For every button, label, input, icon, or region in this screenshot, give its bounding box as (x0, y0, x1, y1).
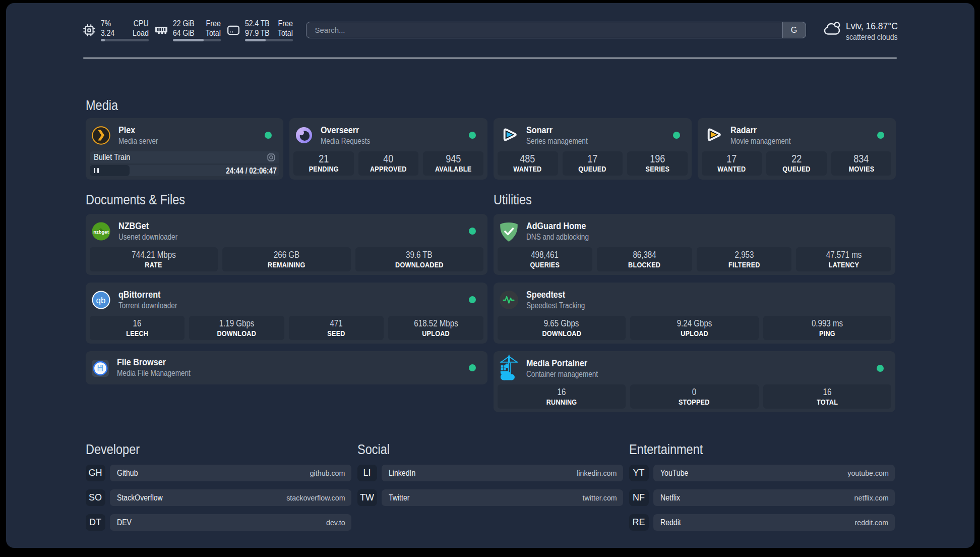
svg-text:qb: qb (96, 295, 105, 305)
svg-text:nzbget: nzbget (93, 229, 109, 234)
